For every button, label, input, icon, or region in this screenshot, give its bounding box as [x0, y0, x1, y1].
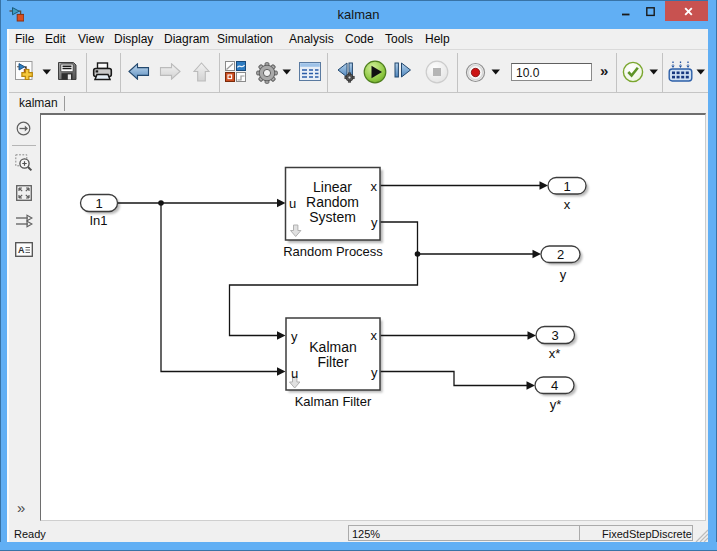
svg-text:4: 4 — [551, 378, 558, 393]
svg-text:y: y — [371, 365, 378, 380]
svg-text:2: 2 — [557, 247, 564, 262]
svg-text:x*: x* — [549, 346, 561, 361]
svg-text:A: A — [18, 245, 25, 255]
svg-text:Kalman Filter: Kalman Filter — [295, 394, 372, 409]
svg-text:y: y — [371, 215, 378, 230]
svg-text:Linear: Linear — [313, 179, 352, 195]
svg-text:3: 3 — [552, 328, 559, 343]
svg-text:In1: In1 — [89, 213, 107, 228]
svg-text:u: u — [291, 366, 298, 381]
svg-text:y: y — [560, 267, 567, 282]
svg-text:u: u — [289, 196, 296, 211]
svg-text:Kalman: Kalman — [309, 339, 356, 355]
svg-text:y*: y* — [550, 397, 562, 412]
svg-text:x: x — [564, 197, 571, 212]
svg-text:y: y — [291, 329, 298, 344]
svg-text:x: x — [371, 328, 378, 343]
svg-text:1: 1 — [95, 196, 102, 211]
svg-text:System: System — [309, 209, 356, 225]
svg-text:Filter: Filter — [317, 354, 348, 370]
svg-text:1: 1 — [563, 179, 570, 194]
svg-text:Random: Random — [306, 194, 359, 210]
svg-text:Random Process: Random Process — [283, 244, 383, 259]
svg-text:x: x — [371, 179, 378, 194]
